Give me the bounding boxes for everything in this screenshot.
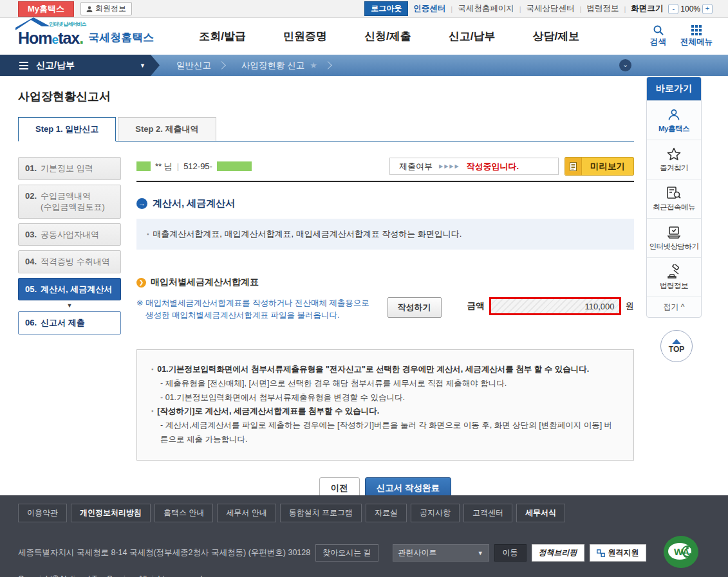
remote-support-button[interactable]: 원격지원 (590, 544, 646, 562)
footer-link-notice[interactable]: 공지사항 (411, 504, 460, 522)
divider: | (451, 5, 453, 13)
footer-link-customer-center[interactable]: 고객센터 (463, 504, 512, 522)
quick-item-law-info[interactable]: 법령정보 (647, 257, 701, 297)
divider: | (519, 5, 521, 13)
person-icon (648, 107, 700, 122)
footer-link-tax-office-guide[interactable]: 세무서 안내 (217, 504, 275, 522)
breadcrumb-item-general[interactable]: 일반신고 (160, 60, 223, 71)
logo-tagline: 인터넷 납세서비스 (49, 22, 86, 27)
nav-consult-report[interactable]: 상담/제보 (532, 29, 579, 44)
quickbar-title[interactable]: 바로가기 (647, 77, 701, 100)
law-info-link[interactable]: 법령정보 (586, 3, 619, 14)
hometax-logo[interactable]: 인터넷 납세서비스Hometax. 국세청홈택스 (18, 26, 154, 46)
main-panel: ** 님 | 512-95- 제출여부 ▶▶▶▶ 작성중입니다. 미리보기 (136, 157, 634, 499)
nav-inquiry-issue[interactable]: 조회/발급 (199, 29, 246, 44)
gavel-icon (648, 264, 700, 279)
star-icon (648, 147, 700, 161)
grid-menu-icon (691, 25, 702, 35)
tab-step1-general-report[interactable]: Step 1. 일반신고 (18, 117, 116, 142)
section-title: 계산서, 세금계산서 (153, 197, 235, 210)
step-02-income-amount[interactable]: 02. 수입금액내역(수입금액검토표) (18, 185, 121, 219)
my-hometax-button[interactable]: My홈택스 (18, 1, 74, 17)
screen-size-label: 화면크기 (631, 3, 663, 14)
amount-unit: 원 (626, 300, 635, 312)
all-menu-label: 전체메뉴 (680, 37, 713, 48)
footer-link-install-program[interactable]: 통합설치 프로그램 (280, 504, 362, 522)
business-number-prefix: 512-95- (183, 161, 212, 171)
nts-homepage-link[interactable]: 국세청홈페이지 (458, 3, 514, 14)
taxpayer-info: ** 님 | 512-95- (136, 161, 252, 172)
status-arrows-icon: ▶▶▶▶ (439, 163, 460, 169)
footer-copyright: Copyright© National Tax Service. All rig… (18, 574, 710, 577)
zoom-out-button[interactable]: - (668, 4, 678, 14)
person-icon (86, 6, 93, 12)
related-sites-select[interactable]: 관련사이트 ▼ (393, 544, 489, 562)
taxpayer-name-suffix: ** 님 (155, 161, 173, 172)
footer-link-privacy[interactable]: 개인정보처리방침 (71, 504, 151, 522)
quick-item-internet-consult[interactable]: 인터넷상담하기 (647, 218, 701, 257)
footer: 이용약관 개인정보처리방침 홈택스 안내 세무서 안내 통합설치 프로그램 자료… (0, 495, 728, 577)
quickbar-collapse-button[interactable]: 접기 ^ (647, 297, 701, 317)
wa-certification-badge: WA (663, 535, 699, 571)
chevron-down-icon: ▼ (478, 550, 483, 556)
quick-item-favorites[interactable]: 즐겨찾기 (647, 140, 701, 179)
notice-line: [작성하기]로 계산서, 세금계산서합계표를 첨부할 수 있습니다. (151, 405, 619, 419)
member-info-button[interactable]: 회원정보 (80, 2, 132, 15)
all-menu-button[interactable]: 전체메뉴 (680, 25, 713, 48)
utility-bar: My홈택스 회원정보 로그아웃 인증센터 | 국세청홈페이지 | 국세상담센터 … (0, 0, 728, 18)
step-04-qualified-evidence[interactable]: 04.적격증빙 수취내역 (18, 250, 121, 273)
quick-item-my-hometax[interactable]: My홈택스 (647, 100, 701, 140)
nav-apply-submit[interactable]: 신청/제출 (364, 29, 411, 44)
breadcrumb-item-current[interactable]: 사업장현황 신고 ★ (225, 60, 329, 71)
directions-button[interactable]: 찾아오시는 길 (315, 544, 378, 562)
logout-button[interactable]: 로그아웃 (364, 1, 408, 16)
zoom-in-button[interactable]: + (702, 4, 713, 14)
step-01-basic-info[interactable]: 01.기본정보 입력 (18, 157, 121, 180)
laptop-check-icon (648, 225, 700, 239)
step-03-joint-business[interactable]: 03.공동사업자내역 (18, 223, 121, 246)
write-button[interactable]: 작성하기 (387, 297, 442, 318)
page-title: 사업장현황신고서 (18, 89, 634, 104)
amount-input[interactable] (489, 297, 621, 315)
go-button[interactable]: 이동 (494, 544, 527, 562)
top-label: TOP (669, 345, 684, 354)
subsection-arrow-icon: ❯ (136, 278, 146, 288)
step-sidebar: 01.기본정보 입력 02. 수입금액내역(수입금액검토표) 03.공동사업자내… (18, 157, 121, 499)
auth-center-link[interactable]: 인증센터 (413, 3, 445, 14)
masked-business-number (217, 161, 252, 171)
quick-sidebar: 바로가기 My홈택스 즐겨찾기 최근접속메뉴 인터넷상담하기 (646, 77, 702, 318)
document-icon (565, 158, 582, 175)
search-button[interactable]: 검색 (650, 25, 666, 48)
breadcrumb-bar: 신고/납부 ▼ 일반신고 사업장현황 신고 ★ ⌄ (0, 55, 728, 76)
notice-line: 01.기본정보입력화면에서 첨부서류제출유형을 "전자신고"로 선택한 경우에만… (151, 363, 619, 377)
step-05-tax-invoice[interactable]: 05.계산서, 세금계산서 (18, 278, 121, 301)
preview-button[interactable]: 미리보기 (565, 157, 634, 176)
hamburger-icon (19, 62, 28, 69)
breadcrumb-menu-selector[interactable]: 신고/납부 ▼ (0, 55, 160, 76)
logo-korean-name: 국세청홈택스 (88, 30, 154, 46)
step-06-submit-report[interactable]: 06.신고서 제출 (18, 311, 121, 334)
footer-link-hometax-guide[interactable]: 홈택스 안내 (154, 504, 213, 522)
chevron-down-icon: ▼ (140, 62, 145, 69)
footer-link-terms[interactable]: 이용약관 (18, 504, 67, 522)
policy-briefing-button[interactable]: 정책브리핑 (532, 544, 584, 562)
footer-links: 이용약관 개인정보처리방침 홈택스 안내 세무서 안내 통합설치 프로그램 자료… (18, 504, 710, 522)
tab-step2-submission-history[interactable]: Step 2. 제출내역 (118, 117, 216, 141)
nav-report-pay[interactable]: 신고/납부 (449, 29, 496, 44)
notice-line: - 01.기본정보입력화면에서 첨부서류제출유형을 변경할 수 있습니다. (151, 391, 619, 405)
favorite-star-icon[interactable]: ★ (310, 60, 317, 70)
remote-link-icon (597, 549, 605, 557)
nav-civil-certificate[interactable]: 민원증명 (283, 29, 327, 44)
tax-call-center-link[interactable]: 국세상담센터 (527, 3, 575, 14)
masked-taxpayer-name (136, 161, 151, 171)
search-label: 검색 (650, 37, 666, 48)
submission-status-label: 제출여부 (399, 161, 433, 172)
footer-link-archive[interactable]: 자료실 (366, 504, 407, 522)
quick-item-recent-menu[interactable]: 최근접속메뉴 (647, 179, 701, 218)
submission-status-value: 작성중입니다. (467, 161, 519, 172)
step-flow-arrow-icon: ▼ (18, 304, 121, 308)
scroll-to-top-button[interactable]: TOP (660, 330, 693, 362)
footer-link-tax-forms[interactable]: 세무서식 (516, 504, 565, 522)
section-description: 매출계산서합계표, 매입계산서합계표, 매입세금계산서합계표 작성하는 화면입니… (147, 229, 462, 239)
breadcrumb-expand-button[interactable]: ⌄ (619, 59, 631, 71)
